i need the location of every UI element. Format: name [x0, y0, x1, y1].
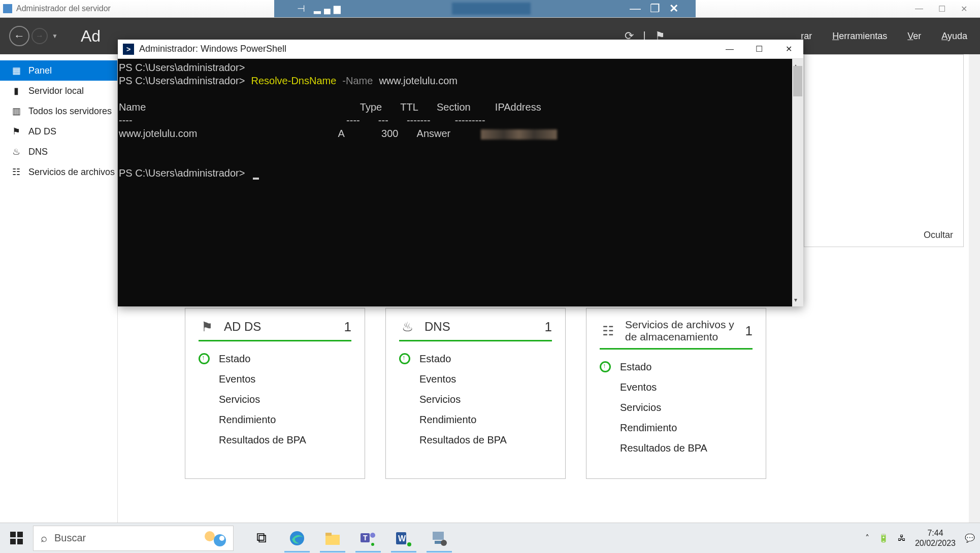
hide-link[interactable]: Ocultar [924, 230, 953, 240]
tile-title: AD DS [224, 320, 335, 334]
tray-chevron-icon[interactable]: ˄ [865, 533, 869, 543]
server-manager-icon [3, 4, 12, 13]
svg-rect-17 [433, 532, 444, 540]
svg-point-16 [407, 542, 411, 546]
sidebar-label: AD DS [28, 126, 56, 137]
sidebar-item-all-servers[interactable]: ▥ Todos los servidores [0, 101, 117, 121]
svg-text:W: W [398, 534, 406, 543]
fileservices-tile-icon: ☷ [600, 323, 616, 339]
tile-row-estado[interactable]: Estado [399, 349, 552, 369]
taskbar-teams[interactable]: T [350, 523, 386, 554]
page-title: Ad [81, 27, 101, 46]
rdp-close-icon[interactable]: ✕ [669, 2, 678, 15]
svg-point-19 [441, 540, 447, 546]
sidebar-label: Servidor local [28, 86, 84, 96]
tile-row-servicios[interactable]: Servicios [399, 389, 552, 409]
search-icon: ⌕ [41, 532, 47, 545]
scroll-down-icon[interactable]: ▾ [794, 293, 797, 306]
tile-row-eventos[interactable]: Eventos [199, 369, 351, 389]
svg-point-5 [214, 534, 226, 546]
tray-network-icon[interactable]: 🖧 [898, 534, 906, 543]
dns-icon: ♨ [11, 147, 21, 157]
tile-count: 1 [545, 319, 552, 335]
role-tiles-row: ⚑ AD DS 1 Estado Eventos Servicios Rendi… [185, 308, 766, 479]
tile-row-servicios[interactable]: Servicios [199, 389, 351, 409]
sidebar-item-local-server[interactable]: ▮ Servidor local [0, 81, 117, 101]
taskbar-word[interactable]: W [386, 523, 421, 554]
tile-adds[interactable]: ⚑ AD DS 1 Estado Eventos Servicios Rendi… [185, 308, 365, 479]
tile-row-bpa[interactable]: Resultados de BPA [199, 430, 351, 450]
powershell-icon: > [123, 44, 134, 55]
taskbar-edge[interactable] [279, 523, 315, 554]
tile-row-bpa[interactable]: Resultados de BPA [399, 430, 552, 450]
ps-close-button[interactable]: ✕ [774, 40, 803, 59]
adds-icon: ⚑ [11, 126, 21, 136]
outer-window-titlebar: ⊣ ▂▄▆ Administrador del servidor — ❐ ✕ —… [0, 0, 980, 18]
nav-forward-button[interactable]: → [31, 28, 48, 44]
scroll-thumb[interactable] [793, 66, 802, 96]
tile-row-rendimiento[interactable]: Rendimiento [600, 418, 753, 438]
svg-rect-1 [17, 532, 23, 537]
tile-row-estado[interactable]: Estado [600, 357, 753, 377]
svg-rect-9 [325, 533, 332, 536]
tray-notifications-icon[interactable]: 💬 [965, 533, 975, 543]
content-scrollbar[interactable] [969, 54, 980, 523]
tile-file-services[interactable]: ☷ Servicios de archivos y de almacenamie… [586, 308, 766, 479]
menu-herramientas[interactable]: Herramientas [832, 31, 887, 42]
nav-back-button[interactable]: ← [9, 26, 29, 46]
nav-history-dropdown[interactable]: ▼ [52, 32, 58, 40]
outer-close-icon[interactable]: ✕ [961, 4, 967, 14]
sidebar-item-file-services[interactable]: ☷ Servicios de archivos [0, 162, 117, 182]
ps-maximize-button[interactable]: ☐ [744, 40, 774, 59]
powershell-titlebar[interactable]: > Administrador: Windows PowerShell — ☐ … [118, 40, 803, 59]
task-view-button[interactable]: ⧉ [244, 523, 279, 554]
status-up-icon [399, 353, 410, 364]
outer-minimize-icon[interactable]: — [915, 4, 923, 13]
outer-window-title: Administrador del servidor [16, 4, 111, 13]
taskbar: ⌕ Buscar ⧉ T W ˄ 🔋 🖧 7:44 20/02/2023 💬 [0, 523, 980, 553]
status-up-icon [199, 353, 210, 364]
taskbar-server-manager[interactable] [421, 523, 457, 554]
svg-point-4 [205, 531, 215, 541]
cursor [253, 178, 259, 180]
tray-battery-icon[interactable]: 🔋 [878, 533, 889, 543]
tile-title: DNS [424, 320, 536, 334]
tile-row-rendimiento[interactable]: Rendimiento [399, 409, 552, 430]
tile-row-eventos[interactable]: Eventos [399, 369, 552, 389]
rdp-restore-icon[interactable]: ❐ [650, 2, 660, 15]
sidebar-item-dns[interactable]: ♨ DNS [0, 142, 117, 162]
sidebar-label: Panel [28, 65, 52, 76]
outer-maximize-icon[interactable]: ☐ [938, 4, 945, 14]
ps-minimize-button[interactable]: — [715, 40, 744, 59]
welcome-panel: Ocultar [804, 54, 964, 247]
ps-scrollbar[interactable]: ▴ ▾ [792, 59, 803, 306]
tile-row-rendimiento[interactable]: Rendimiento [199, 409, 351, 430]
powershell-console[interactable]: PS C:\Users\administrador> PS C:\Users\a… [118, 59, 803, 306]
sidebar-label: Todos los servidores [28, 106, 112, 117]
start-button[interactable] [0, 523, 33, 554]
tile-dns[interactable]: ♨ DNS 1 Estado Eventos Servicios Rendimi… [385, 308, 566, 479]
taskbar-explorer[interactable] [315, 523, 350, 554]
tile-row-servicios[interactable]: Servicios [600, 397, 753, 418]
rdp-pin-signal: ⊣ ▂▄▆ [297, 3, 344, 14]
tile-row-eventos[interactable]: Eventos [600, 377, 753, 397]
servers-icon: ▥ [11, 106, 21, 116]
menu-ayuda[interactable]: Ayuda [941, 31, 967, 42]
taskbar-search[interactable]: ⌕ Buscar [33, 526, 234, 551]
svg-rect-18 [435, 541, 442, 544]
cortana-icon [202, 528, 228, 548]
rdp-minimize-icon[interactable]: — [630, 2, 641, 15]
svg-rect-0 [10, 532, 16, 537]
svg-point-12 [370, 533, 375, 538]
menu-ver[interactable]: Ver [907, 31, 921, 42]
sidebar-item-adds[interactable]: ⚑ AD DS [0, 121, 117, 142]
tile-row-estado[interactable]: Estado [199, 349, 351, 369]
tray-clock[interactable]: 7:44 20/02/2023 [915, 528, 956, 548]
sidebar-item-panel[interactable]: ▦ Panel [0, 60, 117, 81]
tile-row-bpa[interactable]: Resultados de BPA [600, 438, 753, 458]
sidebar-label: DNS [28, 147, 48, 157]
tile-count: 1 [745, 323, 753, 339]
powershell-window[interactable]: > Administrador: Windows PowerShell — ☐ … [118, 40, 803, 306]
svg-rect-3 [17, 539, 23, 544]
status-up-icon [600, 361, 611, 372]
